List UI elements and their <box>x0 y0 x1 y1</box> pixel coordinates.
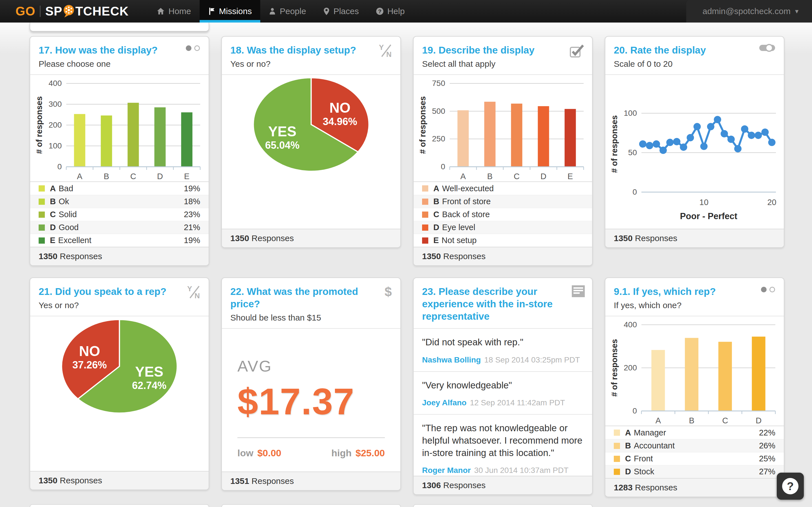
legend-label: Stock <box>634 467 654 476</box>
help-button[interactable]: ? <box>777 473 804 500</box>
response-meta: Joey Alfano12 Sep 2014 11:42am PDT <box>422 398 583 407</box>
checkbox-icon <box>569 44 585 59</box>
dashboard-page: GO SP TCHECK HomeMissionsPeoplePlaces?He… <box>0 0 812 507</box>
card-q20-header: 20. Rate the display Scale of 0 to 20 <box>605 37 784 75</box>
slider-icon <box>759 44 776 53</box>
response-label: Responses <box>635 483 677 492</box>
legend-row: AManager22% <box>605 426 784 439</box>
response-count: 1306 <box>422 481 441 490</box>
legend-label: Solid <box>59 210 77 219</box>
svg-text:E: E <box>567 172 573 181</box>
pin-icon <box>323 7 330 15</box>
legend-label: Excellent <box>58 236 91 245</box>
svg-text:YES: YES <box>268 124 296 139</box>
legend-percent: 21% <box>184 223 200 232</box>
svg-text:50: 50 <box>628 148 637 157</box>
legend-label: Good <box>59 223 79 232</box>
legend-row: DEye level <box>414 221 592 234</box>
price-divider <box>238 438 385 438</box>
svg-text:# of responses: # of responses <box>610 339 619 397</box>
nav-item-home[interactable]: Home <box>148 0 199 22</box>
logo-tcheck-text: TCHECK <box>75 4 129 18</box>
card-q22: 22. What was the promoted price? Should … <box>221 277 401 491</box>
card-q21-header: 21. Did you speak to a rep? Yes or no? Y… <box>30 278 209 316</box>
card-q18-footer: 1350 Responses <box>222 229 400 247</box>
legend-row: CFront25% <box>605 452 784 465</box>
svg-text:C: C <box>722 416 728 425</box>
card-q9-1: 9.1. If yes, which rep? If yes, which on… <box>605 277 784 497</box>
legend-row: ENot setup <box>414 234 592 247</box>
spot-bubble-icon <box>63 4 75 18</box>
legend-label: Front <box>634 454 653 463</box>
svg-text:E: E <box>184 172 190 181</box>
card-q23: 23. Please describe your experience with… <box>413 277 593 495</box>
legend-label: Ok <box>59 197 69 206</box>
legend-label: Manager <box>634 428 666 438</box>
response-label: Responses <box>443 251 486 261</box>
responder-name-link[interactable]: Roger Manor <box>422 466 471 474</box>
nav-item-help[interactable]: ?Help <box>367 0 413 22</box>
home-icon <box>157 7 165 15</box>
legend-key: D <box>434 223 439 232</box>
legend-swatch <box>614 430 620 436</box>
svg-text:750: 750 <box>432 79 445 88</box>
legend-key: B <box>625 441 631 450</box>
user-menu-button[interactable]: admin@spotcheck.com ▾ <box>686 0 812 22</box>
response-label: Responses <box>443 481 486 490</box>
response-quote: "The rep was not knowledgeable or helpfu… <box>422 422 583 459</box>
response-meta: Roger Manor30 Jun 2014 10:37am PDT <box>422 466 583 475</box>
response-timestamp: 12 Sep 2014 11:42am PDT <box>470 398 565 407</box>
card-q19-footer: 1350 Responses <box>414 247 592 265</box>
bar-chart-q19: 0250500750ABCDE# of responses <box>414 75 592 181</box>
high-value: $25.00 <box>356 448 385 459</box>
high-label: high <box>331 448 352 459</box>
legend-percent: 26% <box>759 441 775 450</box>
legend-swatch <box>422 237 428 244</box>
low-high-row: low $0.00 high $25.00 <box>238 448 385 459</box>
nav-item-missions[interactable]: Missions <box>200 0 260 22</box>
legend-key: A <box>625 428 631 438</box>
card-q21: 21. Did you speak to a rep? Yes or no? Y… <box>30 277 209 490</box>
nav-item-people[interactable]: People <box>260 0 314 22</box>
text-responses-list: "Did not speak with rep."Nashwa Bolling1… <box>414 329 592 476</box>
choose-one-icon <box>760 285 776 295</box>
card-q20: 20. Rate the display Scale of 0 to 20 05… <box>605 36 784 248</box>
response-label: Responses <box>252 476 294 486</box>
card-q9-1-header: 9.1. If yes, which rep? If yes, which on… <box>605 278 784 316</box>
legend-label: Bad <box>59 184 73 193</box>
legend-key: D <box>625 467 631 476</box>
flag-icon <box>208 7 215 15</box>
responder-name-link[interactable]: Joey Alfano <box>422 398 467 407</box>
svg-text:D: D <box>541 172 546 181</box>
legend-swatch <box>422 199 428 205</box>
legend-label: Accountant <box>634 441 675 450</box>
card-q21-title: 21. Did you speak to a rep? <box>39 285 200 298</box>
legend-key: C <box>50 210 56 219</box>
low-label: low <box>238 448 253 459</box>
nav-item-label: Places <box>334 6 359 16</box>
gospotcheck-logo[interactable]: GO SP TCHECK <box>15 0 129 22</box>
card-q19: 19. Describe the display Select all that… <box>413 36 593 266</box>
price-summary: AVG $17.37 low $0.00 high $25.00 <box>222 329 400 471</box>
legend-swatch <box>39 237 45 244</box>
nav-item-label: Help <box>388 6 405 16</box>
nav-item-places[interactable]: Places <box>315 0 367 22</box>
svg-text:300: 300 <box>49 100 62 108</box>
svg-text:0: 0 <box>57 162 62 171</box>
legend-swatch <box>39 199 45 205</box>
svg-text:B: B <box>689 416 694 425</box>
svg-text:500: 500 <box>432 107 445 115</box>
legend-label: Back of store <box>442 210 490 219</box>
logo-separator <box>40 6 41 17</box>
next-row-card-sliver <box>30 504 209 507</box>
legend-key: B <box>434 197 439 206</box>
svg-text:NO: NO <box>329 100 350 116</box>
card-q9-1-title: 9.1. If yes, which rep? <box>614 285 775 298</box>
legend-key: E <box>50 236 55 245</box>
legend-swatch <box>422 212 428 218</box>
responder-name-link[interactable]: Nashwa Bolling <box>422 355 481 364</box>
yes-no-icon: YN <box>187 285 201 300</box>
legend-percent: 25% <box>759 454 775 463</box>
logo-go-text: GO <box>15 4 35 18</box>
nav-item-label: People <box>280 6 306 16</box>
